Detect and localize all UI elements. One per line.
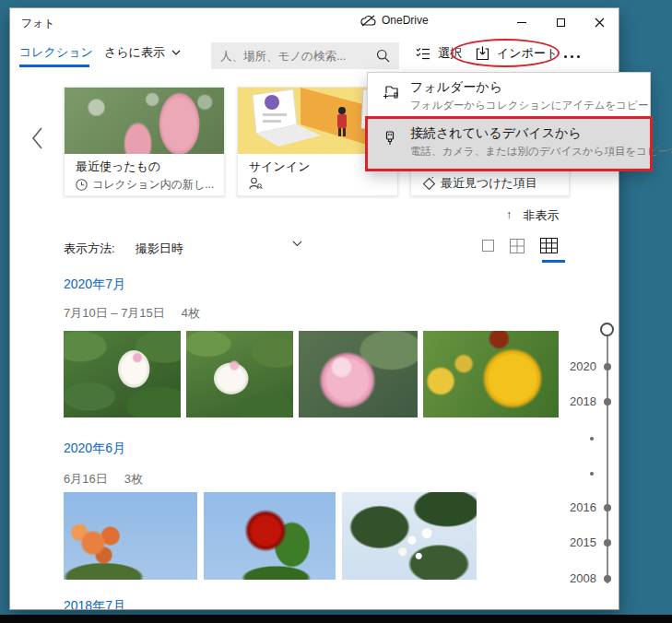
- chevron-down-icon: [171, 50, 181, 55]
- search-icon[interactable]: [376, 49, 399, 63]
- view-by-label: 表示方法:: [64, 241, 115, 257]
- timeline-dot[interactable]: [604, 539, 611, 547]
- tab-see-more-label: さらに表示: [104, 44, 165, 61]
- timeline-scroll-handle[interactable]: [600, 323, 614, 336]
- select-label: 選択: [438, 45, 462, 62]
- zoom-large-tiles-button[interactable]: [482, 240, 494, 252]
- menu-item-from-folder[interactable]: フォルダーから フォルダーからコレクションにアイテムをコピー: [368, 73, 650, 119]
- card-title: サインイン: [249, 159, 311, 175]
- maximize-icon: [557, 18, 565, 27]
- month-header-jul-2020[interactable]: 2020年7月: [64, 276, 125, 293]
- month-header-jul-2018[interactable]: 2018年7月: [64, 598, 125, 609]
- import-label: インポート: [497, 45, 558, 62]
- clock-icon: [76, 179, 88, 191]
- search-input[interactable]: [211, 50, 376, 63]
- photo-thumbnail-red-flower[interactable]: [204, 492, 336, 580]
- zoom-medium-tiles-button[interactable]: [510, 239, 525, 253]
- carousel-previous-button[interactable]: [30, 126, 43, 150]
- photo-count: 3枚: [124, 471, 143, 488]
- up-arrow-icon: ↑: [506, 207, 513, 224]
- tag-icon: [422, 177, 436, 191]
- timeline-minor-dot: [590, 437, 594, 441]
- menu-item-description: フォルダーからコレクションにアイテムをコピー: [410, 99, 648, 112]
- date-group-header[interactable]: 7月10日 – 7月15日 4枚: [64, 305, 200, 322]
- grid-3x3-icon: [540, 238, 558, 253]
- menu-item-from-connected-device[interactable]: 接続されているデバイスから 電話、カメラ、または別のデバイスから項目をコピーする: [368, 119, 650, 170]
- folder-add-icon: [383, 85, 399, 100]
- minimize-icon: [517, 22, 526, 23]
- checklist-icon: [416, 47, 430, 60]
- screen-bottom-strip: [0, 615, 672, 623]
- card-title: 最近使ったもの: [76, 159, 160, 175]
- onedrive-status: OneDrive: [360, 14, 429, 27]
- import-button[interactable]: インポート: [476, 45, 558, 62]
- photo-count: 4枚: [182, 305, 200, 322]
- timeline-dot[interactable]: [604, 575, 611, 582]
- chevron-left-icon: [30, 126, 43, 150]
- card-recently-used[interactable]: 最近使ったもの コレクション内の新し...: [64, 87, 225, 196]
- card-title: 最近見つけた項目: [441, 175, 537, 192]
- timeline-year[interactable]: 2008: [561, 571, 596, 585]
- desktop: フォト OneDrive コレクション さらに表示: [0, 0, 672, 623]
- onedrive-label: OneDrive: [382, 14, 429, 27]
- select-button[interactable]: 選択: [416, 45, 462, 62]
- timeline-dot[interactable]: [604, 398, 611, 406]
- view-by-dropdown[interactable]: 表示方法: 撮影日時: [64, 241, 302, 257]
- grid-2x2-icon: [510, 239, 525, 253]
- hide-label: 非表示: [524, 207, 560, 224]
- app-title: フォト: [21, 16, 55, 31]
- active-zoom-underline: [542, 260, 565, 263]
- date-range: 6月16日: [64, 471, 108, 488]
- photo-thumbnail-lotus-1[interactable]: [64, 331, 181, 417]
- view-by-value: 撮影日時: [136, 241, 183, 257]
- onedrive-cloud-off-icon: [360, 15, 376, 27]
- photo-thumbnail-lotus-bud[interactable]: [299, 331, 418, 417]
- single-tile-icon: [482, 240, 494, 252]
- timeline-year[interactable]: 2016: [561, 500, 596, 514]
- photo-thumbnail-lotus-2[interactable]: [186, 331, 293, 417]
- date-group-header[interactable]: 6月16日 3枚: [64, 471, 143, 488]
- date-range: 7月10日 – 7月15日: [64, 305, 165, 322]
- chevron-down-icon: [292, 241, 302, 257]
- zoom-small-tiles-button[interactable]: [540, 238, 558, 253]
- search-box[interactable]: [211, 42, 399, 69]
- tab-collection[interactable]: コレクション: [19, 44, 93, 61]
- timeline-dot[interactable]: [604, 504, 611, 511]
- photo-thumbnail-orange-flowers[interactable]: [64, 492, 197, 580]
- timeline-minor-dot: [590, 472, 594, 476]
- import-icon: [476, 46, 489, 61]
- menu-item-title: 接続されているデバイスから: [410, 125, 582, 142]
- card-recently-used-thumbnail: [65, 88, 224, 154]
- minimize-button[interactable]: [502, 8, 541, 36]
- import-menu: フォルダーから フォルダーからコレクションにアイテムをコピー 接続されているデバ…: [367, 72, 651, 170]
- photo-thumbnail-yellow-flowers[interactable]: [423, 331, 559, 417]
- close-icon: [595, 18, 605, 28]
- card-subtitle: コレクション内の新し...: [92, 177, 214, 193]
- more-options-button[interactable]: [564, 55, 580, 58]
- month-header-jun-2020[interactable]: 2020年6月: [64, 441, 125, 457]
- timeline-year[interactable]: 2015: [561, 535, 596, 549]
- maximize-button[interactable]: [541, 8, 580, 36]
- menu-item-description: 電話、カメラ、または別のデバイスから項目をコピーする: [410, 145, 672, 159]
- timeline-year[interactable]: 2020: [561, 359, 596, 373]
- close-button[interactable]: [580, 8, 619, 36]
- timeline-year[interactable]: 2018: [561, 394, 596, 408]
- usb-icon: [383, 131, 397, 147]
- hide-carousel-button[interactable]: ↑ 非表示: [506, 207, 560, 224]
- menu-item-title: フォルダーから: [410, 79, 502, 96]
- timeline-dot[interactable]: [604, 363, 611, 370]
- tab-see-more[interactable]: さらに表示: [104, 44, 181, 61]
- photo-thumbnail-white-flowers[interactable]: [342, 492, 477, 580]
- titlebar[interactable]: フォト OneDrive: [10, 8, 619, 36]
- person-key-icon: [249, 177, 263, 190]
- tab-collection-underline: [19, 65, 89, 67]
- ellipsis-icon: [564, 55, 567, 58]
